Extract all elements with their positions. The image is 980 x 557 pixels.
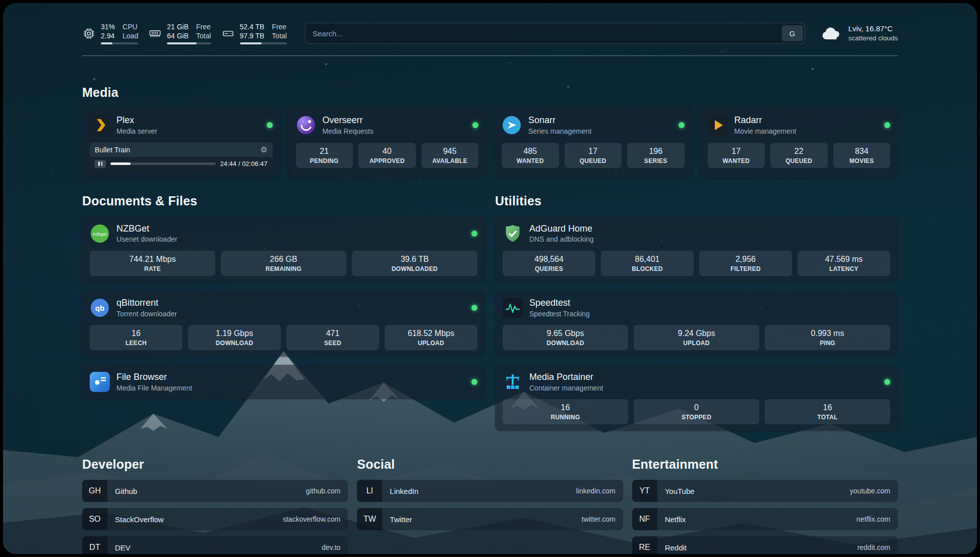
bookmark-abbr: LI: [357, 480, 382, 502]
cpu-icon: [82, 27, 96, 40]
bookmark-twitter[interactable]: TW Twitter twitter.com: [357, 508, 623, 530]
disk-usage-bar: [240, 42, 262, 44]
stat-movies: 834 MOVIES: [833, 143, 891, 168]
weather-location: Lviv, 16.87°C: [848, 24, 898, 34]
stat-seed: 471 SEED: [286, 325, 379, 350]
portainer-icon: [503, 372, 523, 392]
svg-text:qb: qb: [95, 303, 104, 312]
service-card-plex[interactable]: Plex Media server Bullet Train ⚙: [82, 108, 280, 177]
bookmark-stackoverflow[interactable]: SO StackOverflow stackoverflow.com: [82, 508, 348, 530]
service-subtitle: Media Requests: [323, 127, 374, 136]
service-name: Media Portainer: [529, 371, 603, 383]
stat-series: 196 SERIES: [627, 143, 685, 168]
service-card-qbittorrent[interactable]: qb qBittorrent Torrent downloader 16 LEE…: [82, 291, 485, 357]
memory-free: 21 GiB: [167, 22, 189, 31]
service-card-adguard[interactable]: AdGuard Home DNS and adblocking 498,564 …: [495, 216, 898, 283]
bookmark-netflix[interactable]: NF Netflix netflix.com: [632, 508, 898, 530]
overseerr-icon: [296, 115, 316, 135]
section-title-utilities: Utilities: [495, 194, 898, 208]
section-media: Media Plex Media server: [82, 85, 898, 177]
svg-text:nzbget: nzbget: [93, 231, 107, 236]
stat-leech: 16 LEECH: [90, 325, 182, 350]
service-subtitle: Usenet downloader: [116, 235, 177, 244]
topbar-divider: [82, 55, 898, 56]
bookmark-name: StackOverflow: [107, 515, 164, 524]
service-subtitle: Series management: [528, 127, 591, 136]
stat-queued: 22 QUEUED: [770, 143, 828, 168]
service-card-filebrowser[interactable]: File Browser Media File Management: [82, 365, 485, 399]
memory-widget: 21 GiB 64 GiB Free Total: [148, 22, 211, 44]
disk-total-label: Total: [272, 31, 287, 40]
playback-progress-track: [110, 162, 216, 165]
stat-upload: 618.52 Mbps UPLOAD: [385, 325, 477, 350]
weather-condition: scattered clouds: [848, 34, 898, 43]
section-utilities: Utilities AdGuard Home DNS and adblockin…: [495, 194, 898, 439]
section-title-media: Media: [82, 85, 898, 100]
stat-latency: 47.569 ms LATENCY: [798, 251, 890, 276]
service-card-portainer[interactable]: Media Portainer Container management 16 …: [495, 365, 898, 431]
service-name: Overseerr: [323, 115, 374, 127]
bookmark-group-developer: Developer GH Github github.com SO StackO…: [82, 457, 348, 554]
bookmark-url: linkedin.com: [576, 487, 623, 495]
bookmark-url: github.com: [306, 487, 348, 495]
plex-icon: [90, 115, 110, 135]
bookmark-url: stackoverflow.com: [283, 515, 348, 523]
search-bar: G: [305, 23, 805, 44]
service-card-speedtest[interactable]: Speedtest Speedtest Tracking 9.65 Gbps D…: [495, 291, 898, 357]
service-name: File Browser: [116, 371, 192, 383]
disk-free: 52.4 TB: [240, 22, 265, 31]
section-title-social: Social: [357, 457, 623, 472]
stat-filtered: 2,956 FILTERED: [699, 251, 792, 276]
stat-wanted: 485 WANTED: [502, 143, 559, 168]
stat-wanted: 17 WANTED: [708, 143, 765, 168]
stat-blocked: 86,401 BLOCKED: [601, 251, 694, 276]
cpu-label-top: CPU: [122, 22, 138, 31]
stat-ping: 0.993 ms PING: [765, 325, 890, 350]
service-name: qBittorrent: [116, 297, 177, 309]
cloud-icon: [820, 25, 842, 42]
memory-usage-bar: [167, 42, 197, 44]
bookmark-youtube[interactable]: YT YouTube youtube.com: [632, 480, 898, 502]
service-card-sonarr[interactable]: Sonarr Series management 485 WANTED 17 Q…: [494, 108, 692, 177]
stat-queued: 17 QUEUED: [565, 143, 622, 168]
section-title-entertainment: Entertainment: [632, 457, 898, 472]
service-card-radarr[interactable]: Radarr Movie management 17 WANTED 22 QUE…: [700, 108, 898, 177]
service-name: Speedtest: [529, 297, 590, 309]
top-bar: 31% 2.94 CPU Load: [82, 3, 898, 44]
bookmark-name: Netflix: [657, 515, 686, 524]
memory-total-label: Total: [196, 31, 211, 40]
bookmark-abbr: TW: [357, 508, 382, 530]
bookmark-name: Reddit: [657, 543, 687, 552]
status-dot: [471, 379, 477, 385]
service-card-overseerr[interactable]: Overseerr Media Requests 21 PENDING 40 A…: [288, 108, 486, 177]
bookmark-name: YouTube: [657, 487, 695, 495]
bookmark-linkedin[interactable]: LI LinkedIn linkedin.com: [357, 480, 623, 502]
section-documents: Documents & Files nzbget NZBGet Usenet d…: [82, 194, 485, 439]
cpu-load: 2.94: [101, 31, 115, 40]
stat-running: 16 RUNNING: [503, 399, 628, 424]
snow-particles: [3, 3, 4, 4]
service-name: Plex: [116, 115, 157, 127]
search-input[interactable]: [305, 29, 780, 38]
cpu-widget: 31% 2.94 CPU Load: [82, 22, 138, 44]
search-provider-button[interactable]: G: [782, 25, 803, 41]
now-playing: Bullet Train ⚙ 24:44 / 02:06:47: [90, 142, 273, 171]
bookmark-url: reddit.com: [858, 543, 898, 551]
bookmark-name: Github: [107, 487, 137, 495]
bookmark-group-entertainment: Entertainment YT YouTube youtube.com NF …: [632, 457, 898, 554]
service-subtitle: Container management: [529, 383, 603, 393]
bookmark-github[interactable]: GH Github github.com: [82, 480, 348, 502]
bookmark-reddit[interactable]: RE Reddit reddit.com: [632, 536, 898, 554]
cpu-usage-bar: [101, 42, 112, 44]
memory-icon: [148, 27, 162, 40]
bookmark-group-social: Social LI LinkedIn linkedin.com TW Twitt…: [357, 457, 623, 554]
bookmark-url: youtube.com: [850, 487, 898, 495]
service-card-nzbget[interactable]: nzbget NZBGet Usenet downloader 744.21 M…: [82, 216, 485, 283]
service-name: Radarr: [734, 115, 797, 127]
cpu-percent: 31%: [101, 22, 115, 31]
bookmark-abbr: GH: [82, 480, 107, 502]
gear-icon[interactable]: ⚙: [260, 146, 267, 154]
bookmark-dev[interactable]: DT DEV dev.to: [82, 536, 348, 554]
status-dot: [679, 122, 685, 128]
bookmark-name: DEV: [107, 543, 131, 552]
